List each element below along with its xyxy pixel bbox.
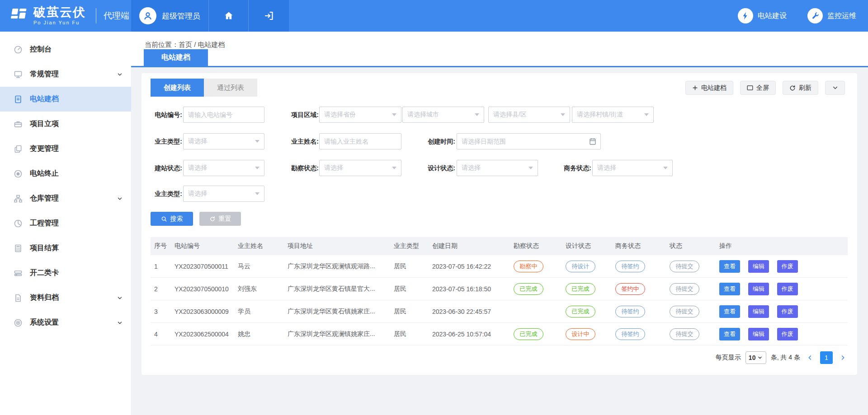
- chevron-left-icon: [807, 354, 814, 361]
- refresh-icon: [789, 85, 796, 91]
- county-select[interactable]: 请选择县/区: [488, 107, 570, 123]
- tab-create-list[interactable]: 创建列表: [151, 79, 204, 97]
- owner-type-select[interactable]: 请选择: [183, 133, 264, 149]
- city-select[interactable]: 请选择城市: [402, 107, 484, 123]
- username: 超级管理员: [162, 11, 200, 21]
- edit-button[interactable]: 编辑: [748, 283, 769, 295]
- dashboard-icon: [14, 219, 23, 228]
- edit-button[interactable]: 编辑: [748, 305, 769, 318]
- business-status-select[interactable]: 请选择: [592, 160, 673, 176]
- select-arrow-icon: [392, 113, 396, 116]
- station-code-input[interactable]: [183, 107, 264, 123]
- status-badge: 勘察中: [514, 261, 543, 272]
- portal-label: 代理端: [104, 10, 129, 22]
- view-button[interactable]: 查看: [719, 328, 740, 340]
- fullscreen-icon: [747, 85, 753, 91]
- search-icon: [161, 216, 167, 222]
- view-button[interactable]: 查看: [719, 283, 740, 295]
- void-button[interactable]: 作废: [777, 260, 798, 273]
- filter-label-build-status: 建站状态:: [150, 160, 182, 176]
- void-button[interactable]: 作废: [777, 328, 798, 340]
- breadcrumb: 当前位置：首页 / 电站建档: [145, 41, 225, 49]
- sidebar-item-open-type2-card[interactable]: 开二类卡: [0, 261, 131, 285]
- void-button[interactable]: 作废: [777, 305, 798, 318]
- sidebar-item-station-archive[interactable]: 电站建档: [0, 87, 131, 112]
- sidebar-item-system-settings[interactable]: 系统设置: [0, 310, 131, 335]
- reset-button[interactable]: 重置: [199, 212, 241, 226]
- edit-button[interactable]: 编辑: [748, 260, 769, 273]
- fullscreen-button[interactable]: 全屏: [740, 81, 776, 95]
- select-arrow-icon: [561, 113, 565, 116]
- sidebar-item-station-terminate[interactable]: 电站终止: [0, 161, 131, 186]
- status-badge: 待签约: [615, 261, 645, 272]
- table-row: 3 YX2023063000009 学员 广东深圳龙华区黄石镇姚家庄... 居民…: [151, 300, 848, 323]
- circle-dot-icon: [14, 169, 23, 178]
- status-badge: 待提交: [670, 261, 699, 272]
- survey-status-select[interactable]: 请选择: [319, 160, 401, 176]
- next-page-button[interactable]: [837, 354, 848, 361]
- brand-name: 破茧云伏: [33, 6, 86, 19]
- build-status-select[interactable]: 请选择: [183, 160, 264, 176]
- create-archive-button[interactable]: 电站建档: [685, 81, 733, 95]
- status-badge: 待签约: [615, 328, 645, 340]
- select-arrow-icon: [528, 167, 533, 169]
- current-page-button[interactable]: 1: [820, 351, 833, 364]
- chevron-down-icon: [117, 71, 123, 78]
- status-badge: 待提交: [670, 306, 699, 317]
- edit-button[interactable]: 编辑: [748, 328, 769, 340]
- sidebar-item-console[interactable]: 控制台: [0, 37, 131, 62]
- briefcase-icon: [14, 120, 23, 129]
- page-tab-station-archive[interactable]: 电站建档: [144, 49, 208, 66]
- view-button[interactable]: 查看: [719, 260, 740, 273]
- reset-icon: [209, 216, 216, 222]
- owner-name-input[interactable]: [319, 133, 401, 149]
- search-button[interactable]: 搜索: [151, 212, 193, 226]
- date-range-input[interactable]: [457, 133, 601, 149]
- user-icon: [142, 10, 153, 21]
- prev-page-button[interactable]: [805, 354, 816, 361]
- user-menu[interactable]: 超级管理员: [131, 0, 208, 32]
- tab-passed-list[interactable]: 通过列表: [204, 79, 257, 97]
- void-button[interactable]: 作废: [777, 283, 798, 295]
- view-button[interactable]: 查看: [719, 305, 740, 318]
- sidebar-item-change-mgmt[interactable]: 变更管理: [0, 136, 131, 161]
- sidebar-item-general-mgmt[interactable]: 常规管理: [0, 62, 131, 87]
- status-badge: 签约中: [615, 283, 645, 295]
- sidebar-item-project-settlement[interactable]: 项目结算: [0, 236, 131, 261]
- per-page-select[interactable]: 10: [745, 351, 766, 364]
- owner-type-select-2[interactable]: 请选择: [183, 186, 264, 202]
- total-count-label: 条, 共 4 条: [771, 354, 800, 362]
- copy-icon: [14, 145, 23, 154]
- province-select[interactable]: 请选择省份: [319, 107, 401, 123]
- panel-toolbar: 电站建档 全屏 刷新: [685, 81, 845, 95]
- sidebar-item-warehouse-mgmt[interactable]: 仓库管理: [0, 186, 131, 211]
- select-arrow-icon: [663, 167, 668, 169]
- select-arrow-icon: [255, 192, 259, 195]
- home-button[interactable]: [208, 0, 248, 32]
- panel-card: 创建列表 通过列表 电站建档 全屏 刷新: [142, 73, 857, 375]
- shortcut-monitor-label: 监控运维: [827, 11, 856, 21]
- chevron-down-icon: [117, 320, 123, 326]
- status-badge: 待提交: [670, 328, 699, 340]
- logout-button[interactable]: [248, 0, 289, 32]
- town-select[interactable]: 请选择村镇/街道: [572, 107, 654, 123]
- filter-label-station-code: 电站编号:: [150, 107, 182, 123]
- table-row: 2 YX2023070500010 刘强东 广东深圳龙华区黄石镇星官大... 居…: [151, 278, 848, 300]
- sidebar-item-project-initiation[interactable]: 项目立项: [0, 112, 131, 136]
- file-icon: [14, 294, 23, 303]
- refresh-button[interactable]: 刷新: [783, 81, 818, 95]
- status-badge: 已完成: [566, 283, 595, 295]
- sidebar-item-engineering-mgmt[interactable]: 工程管理: [0, 211, 131, 236]
- status-badge: 待设计: [566, 261, 595, 272]
- filter-label-owner-name: 业主姓名:: [287, 133, 319, 149]
- shortcut-station-build[interactable]: 电站建设: [738, 8, 787, 23]
- calculator-icon: [14, 244, 23, 253]
- sidebar-item-data-archive[interactable]: 资料归档: [0, 285, 131, 310]
- filter-label-owner-type: 业主类型:: [150, 133, 182, 149]
- chevron-down-icon: [117, 295, 123, 301]
- lightning-icon: [738, 8, 753, 23]
- shortcut-monitor-ops[interactable]: 监控运维: [807, 8, 856, 23]
- design-status-select[interactable]: 请选择: [457, 160, 538, 176]
- collapse-toolbar-button[interactable]: [825, 81, 845, 95]
- wrench-icon: [807, 8, 823, 23]
